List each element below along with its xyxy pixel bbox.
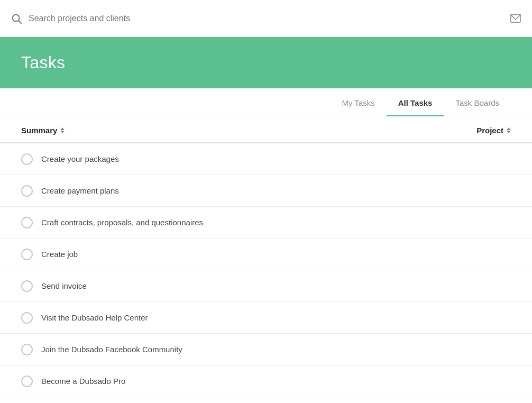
table-row[interactable]: Create payment plans — [0, 175, 532, 207]
task-label: Visit the Dubsado Help Center — [41, 313, 148, 322]
tab-all-tasks[interactable]: All Tasks — [387, 89, 444, 116]
task-status-circle[interactable] — [21, 185, 33, 197]
task-label: Create job — [41, 250, 78, 259]
search-bar — [0, 0, 532, 37]
page-title: Tasks — [21, 53, 511, 72]
mail-icon[interactable] — [510, 13, 521, 24]
task-label: Join the Dubsado Facebook Community — [41, 345, 182, 354]
task-status-circle[interactable] — [21, 312, 33, 324]
search-icon — [11, 13, 22, 24]
project-column-header[interactable]: Project — [476, 126, 511, 135]
table-row[interactable]: Visit the Dubsado Help Center — [0, 302, 532, 334]
table-row[interactable]: Join the Dubsado Facebook Community — [0, 334, 532, 365]
page-header-banner: Tasks — [0, 37, 532, 88]
project-sort-icon — [507, 127, 511, 133]
search-input[interactable] — [29, 14, 510, 23]
task-label: Send invoice — [41, 281, 87, 290]
summary-sort-icon — [60, 127, 65, 133]
task-label: Create payment plans — [41, 186, 119, 195]
task-status-circle[interactable] — [21, 249, 33, 260]
table-row[interactable]: Create job — [0, 239, 532, 270]
tab-my-tasks[interactable]: My Tasks — [330, 89, 386, 116]
task-status-circle[interactable] — [21, 217, 33, 228]
svg-line-1 — [19, 21, 21, 23]
tab-task-boards[interactable]: Task Boards — [444, 89, 511, 116]
task-status-circle[interactable] — [21, 375, 33, 387]
task-label: Become a Dubsado Pro — [41, 377, 125, 386]
summary-column-header[interactable]: Summary — [21, 126, 65, 135]
task-status-circle[interactable] — [21, 344, 33, 355]
task-status-circle[interactable] — [21, 280, 33, 292]
task-list: Create your packages Create payment plan… — [0, 143, 532, 397]
table-row[interactable]: Become a Dubsado Pro — [0, 365, 532, 397]
task-label: Craft contracts, proposals, and question… — [41, 218, 203, 227]
table-row[interactable]: Create your packages — [0, 143, 532, 175]
table-row[interactable]: Send invoice — [0, 270, 532, 302]
task-status-circle[interactable] — [21, 153, 33, 165]
tabs-container: My Tasks All Tasks Task Boards — [0, 88, 532, 116]
task-label: Create your packages — [41, 154, 119, 163]
table-row[interactable]: Craft contracts, proposals, and question… — [0, 207, 532, 239]
table-header: Summary Project — [0, 116, 532, 143]
